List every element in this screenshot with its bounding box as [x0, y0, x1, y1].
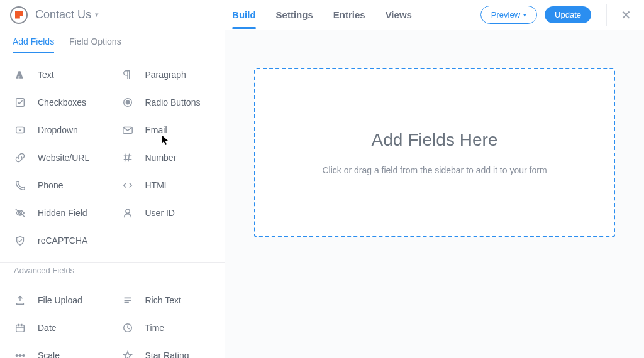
- field-label: Number: [145, 153, 177, 163]
- field-paragraph[interactable]: Paragraph: [113, 61, 220, 89]
- field-label: Email: [145, 125, 167, 135]
- field-recaptcha[interactable]: reCAPTCHA: [5, 227, 113, 254]
- field-email[interactable]: Email: [113, 116, 220, 144]
- field-time[interactable]: Time: [113, 314, 220, 342]
- field-label: reCAPTCHA: [38, 236, 87, 246]
- sidebar-tabs: Add Fields Field Options: [0, 30, 225, 53]
- divider: [606, 4, 607, 26]
- field-label: Checkboxes: [38, 97, 86, 107]
- field-label: Radio Buttons: [145, 97, 201, 107]
- field-label: Star Rating: [145, 350, 189, 358]
- field-label: Dropdown: [38, 125, 78, 135]
- field-star-rating[interactable]: Star Rating: [113, 342, 220, 358]
- field-website-url[interactable]: Website/URL: [5, 144, 113, 171]
- time-icon: [121, 322, 134, 334]
- star-icon: [121, 349, 134, 358]
- field-label: Phone: [38, 180, 63, 190]
- close-icon[interactable]: ✕: [618, 5, 634, 25]
- form-title: Contact Us: [35, 8, 91, 21]
- nav-views[interactable]: Views: [386, 1, 412, 29]
- app-logo: [10, 6, 28, 24]
- field-text[interactable]: Text: [5, 61, 113, 89]
- nav-settings[interactable]: Settings: [276, 1, 313, 29]
- field-hidden-field[interactable]: Hidden Field: [5, 199, 113, 227]
- field-label: Website/URL: [38, 153, 89, 163]
- hash-icon: [121, 151, 134, 164]
- link-icon: [14, 151, 26, 164]
- shield-icon: [14, 234, 26, 247]
- caret-down-icon: ▾: [523, 12, 526, 18]
- field-dropzone[interactable]: Add Fields Here Click or drag a field fr…: [254, 68, 615, 237]
- preview-label: Preview: [491, 10, 520, 19]
- field-html[interactable]: HTML: [113, 171, 220, 199]
- preview-button[interactable]: Preview ▾: [480, 6, 537, 24]
- field-label: Hidden Field: [38, 208, 87, 218]
- tab-add-fields[interactable]: Add Fields: [13, 36, 54, 53]
- canvas: Add Fields Here Click or drag a field fr…: [225, 30, 644, 358]
- field-date[interactable]: Date: [5, 314, 113, 342]
- field-scale[interactable]: Scale: [5, 342, 113, 358]
- field-phone[interactable]: Phone: [5, 171, 113, 199]
- phone-icon: [14, 179, 26, 192]
- text-icon: [14, 68, 26, 81]
- user-icon: [121, 207, 134, 219]
- nav-entries[interactable]: Entries: [333, 1, 365, 29]
- basic-fields: TextParagraphCheckboxesRadio ButtonsDrop…: [0, 53, 225, 257]
- field-label: File Upload: [38, 295, 82, 305]
- chevron-down-icon: ▾: [95, 11, 99, 19]
- field-radio-buttons[interactable]: Radio Buttons: [113, 89, 220, 116]
- nav-build[interactable]: Build: [232, 1, 256, 29]
- upload-icon: [14, 294, 26, 306]
- main-nav: Build Settings Entries Views: [232, 1, 412, 29]
- code-icon: [121, 179, 134, 192]
- field-label: Text: [38, 70, 54, 80]
- sidebar: Add Fields Field Options TextParagraphCh…: [0, 30, 225, 358]
- header: Contact Us ▾ Build Settings Entries View…: [0, 0, 644, 30]
- dropdown-icon: [14, 124, 26, 136]
- field-label: Scale: [38, 350, 60, 358]
- field-label: User ID: [145, 208, 175, 218]
- email-icon: [121, 124, 134, 136]
- field-checkboxes[interactable]: Checkboxes: [5, 89, 113, 116]
- paragraph-icon: [121, 68, 134, 81]
- field-file-upload[interactable]: File Upload: [5, 286, 113, 314]
- radio-icon: [121, 96, 134, 109]
- form-title-dropdown[interactable]: Contact Us ▾: [35, 8, 99, 21]
- field-user-id[interactable]: User ID: [113, 199, 220, 227]
- field-number[interactable]: Number: [113, 144, 220, 171]
- field-label: Paragraph: [145, 70, 186, 80]
- field-label: HTML: [145, 180, 169, 190]
- update-button[interactable]: Update: [545, 6, 591, 23]
- richtext-icon: [121, 294, 134, 306]
- date-icon: [14, 322, 26, 334]
- dropzone-title: Add Fields Here: [372, 130, 498, 150]
- dropzone-subtitle: Click or drag a field from the sidebar t…: [322, 165, 547, 175]
- field-rich-text[interactable]: Rich Text: [113, 286, 220, 314]
- field-label: Date: [38, 323, 57, 333]
- hidden-icon: [14, 207, 26, 219]
- advanced-fields-header: Advanced Fields: [0, 257, 225, 279]
- tab-field-options[interactable]: Field Options: [69, 36, 121, 53]
- field-label: Time: [145, 323, 165, 333]
- advanced-fields: File UploadRich TextDateTimeScaleStar Ra…: [0, 279, 225, 358]
- checkbox-icon: [14, 96, 26, 109]
- field-label: Rich Text: [145, 295, 181, 305]
- field-dropdown[interactable]: Dropdown: [5, 116, 113, 144]
- scale-icon: [14, 349, 26, 358]
